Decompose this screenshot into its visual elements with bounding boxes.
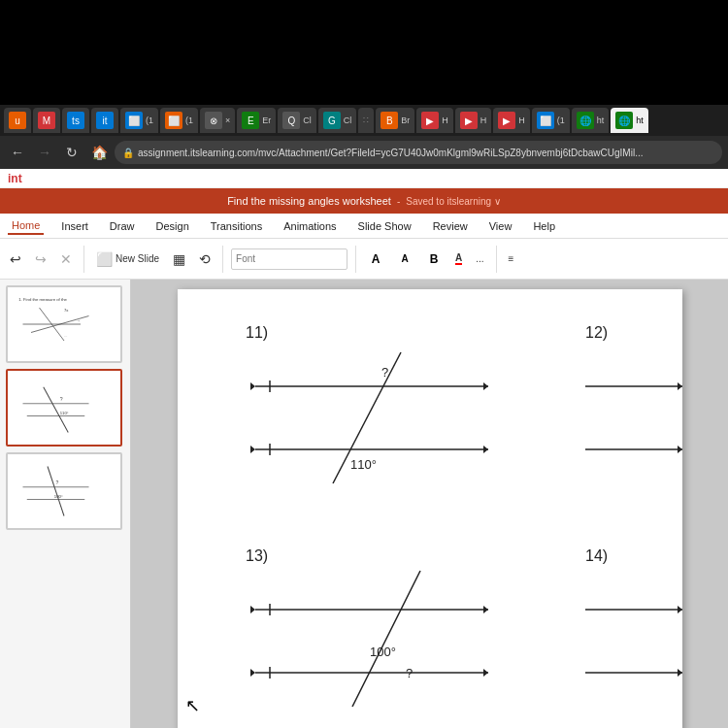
ribbon-divider-4 [496, 246, 497, 273]
tab-favicon-er: E [242, 112, 259, 129]
menu-slideshow[interactable]: Slide Show [354, 218, 415, 234]
svg-marker-39 [250, 669, 255, 677]
tab-favicon-it: it [96, 112, 114, 129]
svg-marker-48 [678, 446, 682, 453]
menu-help[interactable]: Help [529, 218, 559, 234]
font-name-input[interactable] [231, 248, 347, 270]
svg-marker-26 [250, 446, 255, 453]
menu-insert[interactable]: Insert [57, 218, 92, 234]
menu-view[interactable]: View [485, 218, 516, 234]
slide-main: 11) 12) [131, 280, 728, 728]
tab-m[interactable]: M [33, 108, 60, 133]
tab-dots[interactable]: ∷ [358, 108, 374, 133]
url-text: assignment.itslearning.com/mvc/Attachmen… [138, 148, 643, 158]
tab-gc[interactable]: G Cl [318, 108, 357, 133]
tab-bar: u M ts it ⬜ (1 ⬜ (1 ⊗ × E Er Q Cl [0, 105, 728, 136]
ppt-area: int Find the missing angles worksheet - … [0, 169, 728, 728]
tab-it[interactable]: it [91, 108, 118, 133]
svg-text:?: ? [55, 480, 58, 485]
tab-ht2[interactable]: 🌐 ht [611, 108, 648, 133]
slide-thumb-2[interactable]: ? 110° [6, 369, 122, 447]
redo-icon: ↪ [35, 251, 47, 267]
tab-favicon-h1: ▶ [421, 112, 439, 129]
back-button[interactable]: ← [6, 141, 29, 164]
tab-favicon-ht2: 🌐 [615, 112, 633, 129]
forward-button[interactable]: → [33, 141, 56, 164]
delete-button[interactable]: ✕ [56, 249, 76, 269]
more-dots: ... [476, 253, 483, 264]
tab-ht1[interactable]: 🌐 ht [572, 108, 610, 133]
new-slide-icon: ⬜ [96, 251, 113, 267]
tab-qc[interactable]: Q Cl [278, 108, 316, 133]
menu-transitions[interactable]: Transitions [207, 218, 266, 234]
svg-text:100°: 100° [54, 494, 63, 499]
svg-marker-52 [678, 669, 682, 677]
font-a-small-button[interactable]: A [393, 248, 416, 270]
app-title-text: int [8, 172, 22, 185]
font-color-a: A [455, 252, 462, 265]
slide-thumb-1[interactable]: 1. Find the measure of the 7x → ... [6, 285, 122, 363]
tab-favicon-u: u [9, 112, 26, 129]
undo-button[interactable]: ↩ [6, 249, 25, 269]
ppt-ribbon: ↩ ↪ ✕ ⬜ New Slide ▦ ⟲ A A B A ... [0, 239, 728, 280]
svg-marker-24 [483, 446, 488, 453]
tab-h3[interactable]: ▶ H [493, 108, 530, 133]
tab-x[interactable]: ⊗ × [200, 108, 235, 133]
refresh-button[interactable]: ↻ [60, 141, 83, 164]
tab-ppt1[interactable]: ⬜ (1 [120, 108, 158, 133]
ppt-saved-status: Saved to itslearning ∨ [406, 196, 501, 207]
redo-button[interactable]: ↪ [31, 249, 50, 269]
home-button[interactable]: 🏠 [87, 141, 111, 164]
svg-marker-20 [483, 382, 488, 390]
font-bold-button[interactable]: B [422, 248, 446, 270]
ppt-titlebar: Find the missing angles worksheet - Save… [0, 188, 728, 214]
menu-review[interactable]: Review [429, 218, 472, 234]
font-color-button[interactable]: A [451, 250, 466, 267]
svg-text:?: ? [60, 396, 63, 402]
address-bar[interactable]: 🔒 assignment.itslearning.com/mvc/Attachm… [115, 141, 722, 164]
tab-favicon-qc: Q [282, 112, 300, 129]
slide-thumb-3[interactable]: ? 100° [6, 452, 122, 530]
svg-marker-50 [678, 606, 682, 613]
top-bezel [0, 0, 728, 105]
svg-marker-35 [250, 606, 255, 613]
tab-favicon-h2: ▶ [460, 112, 478, 129]
layout-button[interactable]: ▦ [169, 249, 189, 269]
svg-text:?: ? [381, 365, 388, 380]
tab-ppt3[interactable]: ⬜ (1 [532, 108, 570, 133]
tab-favicon-ppt3: ⬜ [537, 112, 554, 129]
tab-br[interactable]: B Br [376, 108, 414, 133]
svg-text:13): 13) [246, 547, 268, 564]
svg-marker-22 [250, 382, 255, 390]
list-button[interactable]: ≡ [505, 251, 518, 266]
svg-text:?: ? [406, 666, 413, 680]
app-title-partial: int [0, 169, 728, 188]
menu-design[interactable]: Design [152, 218, 193, 234]
menu-draw[interactable]: Draw [106, 218, 139, 234]
tab-h1[interactable]: ▶ H [416, 108, 453, 133]
slide-thumb-1-content: 1. Find the measure of the 7x → ... [8, 287, 120, 361]
reset-button[interactable]: ⟲ [195, 249, 215, 269]
more-button[interactable]: ... [472, 251, 487, 266]
tab-favicon-gc: G [323, 112, 341, 129]
tab-h2[interactable]: ▶ H [455, 108, 492, 133]
tab-er[interactable]: E Er [237, 108, 276, 133]
layout-icon: ▦ [173, 251, 185, 267]
tab-u[interactable]: u [4, 108, 31, 133]
tab-ppt2[interactable]: ⬜ (1 [160, 108, 198, 133]
new-slide-button[interactable]: ⬜ New Slide [92, 249, 163, 269]
svg-text:110°: 110° [350, 457, 377, 472]
slide-canvas: 11) 12) [178, 289, 682, 728]
font-a-large-button[interactable]: A [364, 248, 387, 270]
list-icon: ≡ [509, 253, 514, 264]
ribbon-divider-2 [222, 246, 223, 273]
svg-text:7x: 7x [64, 308, 69, 313]
menu-home[interactable]: Home [8, 217, 44, 235]
svg-marker-46 [678, 382, 682, 390]
delete-icon: ✕ [60, 251, 72, 267]
tab-ts[interactable]: ts [62, 108, 89, 133]
svg-marker-33 [483, 606, 488, 613]
tab-favicon-x: ⊗ [205, 112, 222, 129]
menu-animations[interactable]: Animations [280, 218, 340, 234]
slide-panel: 1. Find the measure of the 7x → ... [0, 280, 131, 728]
